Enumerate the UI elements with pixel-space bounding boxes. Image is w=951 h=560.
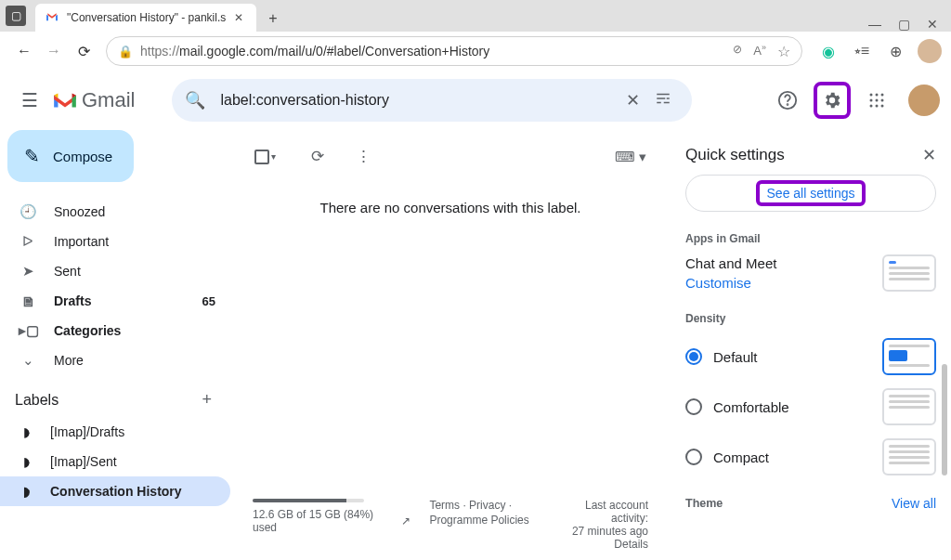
- sidebar-item-categories[interactable]: ▸▢Categories: [0, 316, 230, 345]
- main-menu-icon[interactable]: ☰: [11, 82, 48, 119]
- settings-gear-icon[interactable]: [814, 82, 851, 119]
- apps-section-label: Apps in Gmail: [685, 232, 936, 245]
- close-panel-icon[interactable]: ✕: [922, 145, 936, 165]
- density-compact[interactable]: Compact: [685, 438, 936, 475]
- maximize-icon[interactable]: ▢: [898, 17, 910, 32]
- browser-profile-avatar[interactable]: [918, 39, 942, 63]
- pencil-icon: ✎: [24, 145, 40, 167]
- quick-settings-title: Quick settings: [685, 146, 785, 164]
- label-tag-icon: ◗: [19, 424, 33, 439]
- terms-link[interactable]: Terms: [429, 499, 460, 512]
- storage-bar: [253, 499, 364, 502]
- select-all-checkbox[interactable]: ▾: [254, 150, 276, 164]
- sidebar-label: Drafts: [54, 293, 91, 308]
- lock-icon: 🔒: [118, 45, 133, 59]
- svg-point-7: [881, 99, 884, 102]
- back-button[interactable]: ←: [9, 36, 39, 66]
- categories-icon: ▸▢: [19, 322, 37, 339]
- density-thumb-default: [882, 338, 936, 375]
- apps-grid-icon[interactable]: [858, 82, 895, 119]
- density-section-label: Density: [685, 312, 936, 325]
- customise-link[interactable]: Customise: [685, 275, 776, 291]
- density-label: Compact: [713, 449, 769, 465]
- tab-actions-icon[interactable]: ▢: [6, 6, 26, 26]
- label-conversation-history[interactable]: ◗Conversation History: [0, 476, 230, 506]
- tab-close-icon[interactable]: ✕: [230, 11, 247, 24]
- search-box[interactable]: 🔍 ✕: [172, 79, 692, 122]
- density-thumb-compact: [882, 438, 936, 475]
- refresh-button[interactable]: ⟳: [69, 36, 98, 66]
- help-icon[interactable]: [769, 82, 806, 119]
- sidebar-label: Categories: [54, 323, 121, 338]
- see-all-label: See all settings: [756, 180, 866, 206]
- label-tag-icon: ◗: [19, 484, 33, 499]
- details-link[interactable]: Details: [548, 538, 648, 551]
- svg-point-9: [876, 105, 879, 108]
- more-options-icon[interactable]: ⋮: [346, 147, 381, 166]
- gmail-favicon: [45, 10, 59, 25]
- minimize-icon[interactable]: —: [868, 17, 881, 32]
- forward-button[interactable]: →: [39, 36, 69, 66]
- activity-block: Last account activity: 27 minutes ago De…: [548, 499, 648, 551]
- text-aa-icon[interactable]: A»: [753, 43, 766, 60]
- browser-tab[interactable]: "Conversation History" - pankil.s ✕: [35, 4, 256, 32]
- favorite-star-icon[interactable]: ☆: [777, 43, 790, 60]
- sidebar-label: Snoozed: [54, 204, 105, 219]
- collections-icon[interactable]: ⊕: [884, 40, 906, 62]
- density-comfortable[interactable]: Comfortable: [685, 388, 936, 425]
- see-all-settings-button[interactable]: See all settings: [685, 175, 936, 212]
- favorites-icon[interactable]: ⭒≡: [851, 40, 873, 62]
- sidebar-item-sent[interactable]: ➤Sent: [0, 256, 230, 286]
- label-tag-icon: ◗: [19, 454, 33, 469]
- mail-list-pane: ▾ ⟳ ⋮ ⌨ ▾ There are no conversations wit…: [240, 130, 661, 560]
- labels-title: Labels: [15, 392, 59, 409]
- clear-search-icon[interactable]: ✕: [619, 90, 647, 111]
- search-input[interactable]: [220, 92, 619, 109]
- drafts-count: 65: [202, 294, 215, 308]
- add-label-icon[interactable]: +: [202, 390, 212, 410]
- send-icon: ➤: [19, 263, 37, 280]
- reader-icon[interactable]: ⊘: [733, 43, 742, 60]
- programme-policies-link[interactable]: Programme Policies: [429, 514, 528, 527]
- density-default[interactable]: Default: [685, 338, 936, 375]
- gmail-logo[interactable]: Gmail: [52, 88, 135, 112]
- open-link-icon[interactable]: ↗: [401, 514, 410, 527]
- list-toolbar: ▾ ⟳ ⋮ ⌨ ▾: [240, 139, 661, 174]
- search-icon[interactable]: 🔍: [185, 90, 205, 111]
- svg-point-5: [870, 99, 873, 102]
- sidebar-item-snoozed[interactable]: 🕘Snoozed: [0, 197, 230, 227]
- sidebar-item-more[interactable]: ⌄More: [0, 345, 230, 375]
- close-window-icon[interactable]: ✕: [927, 17, 938, 32]
- scrollbar[interactable]: [942, 364, 947, 475]
- account-avatar[interactable]: [908, 85, 940, 116]
- sidebar-label: Sent: [54, 264, 81, 279]
- compose-button[interactable]: ✎ Compose: [7, 130, 134, 182]
- label-text: [Imap]/Sent: [50, 454, 117, 469]
- radio-checked-icon: [685, 348, 702, 365]
- svg-point-3: [876, 94, 879, 97]
- apps-thumbnail: [882, 254, 936, 292]
- clock-icon: 🕘: [19, 203, 37, 220]
- theme-section-label: Theme: [685, 497, 723, 510]
- svg-point-10: [881, 105, 884, 108]
- address-bar[interactable]: 🔒 https://mail.google.com/mail/u/0/#labe…: [106, 36, 802, 66]
- gmail-header: ☰ Gmail 🔍 ✕: [0, 71, 951, 130]
- svg-point-4: [881, 94, 884, 97]
- new-tab-button[interactable]: +: [260, 6, 286, 32]
- search-tune-icon[interactable]: [647, 90, 679, 111]
- input-tools-icon[interactable]: ⌨ ▾: [615, 149, 646, 165]
- privacy-link[interactable]: Privacy: [469, 499, 505, 512]
- refresh-list-icon[interactable]: ⟳: [302, 147, 333, 166]
- url-scheme: https://: [140, 44, 179, 59]
- view-all-themes-link[interactable]: View all: [892, 496, 936, 511]
- chat-meet-label: Chat and Meet: [685, 255, 776, 271]
- activity-time: 27 minutes ago: [548, 525, 648, 538]
- label-text: [Imap]/Drafts: [50, 424, 124, 439]
- label-imap-sent[interactable]: ◗[Imap]/Sent: [0, 447, 230, 476]
- label-imap-drafts[interactable]: ◗[Imap]/Drafts: [0, 417, 230, 447]
- radio-icon: [685, 398, 702, 415]
- svg-point-2: [870, 94, 873, 97]
- grammarly-icon[interactable]: ◉: [817, 40, 840, 62]
- sidebar-item-important[interactable]: ᐅImportant: [0, 227, 230, 256]
- sidebar-item-drafts[interactable]: 🗎Drafts65: [0, 286, 230, 316]
